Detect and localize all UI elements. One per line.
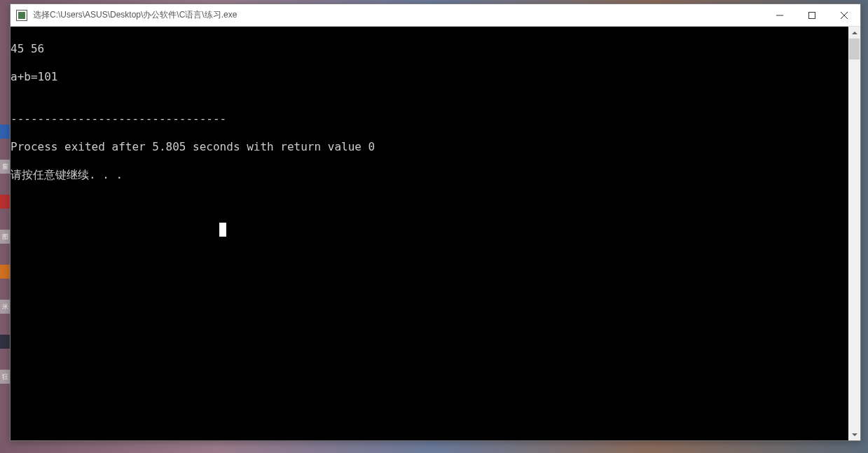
maximize-icon — [808, 12, 815, 19]
scroll-up-button[interactable] — [848, 27, 860, 39]
desktop-icons-partial: 窗 图 米 狂 — [0, 27, 10, 453]
console-window: 选择C:\Users\ASUS\Desktop\办公软件\C语言\练习.exe … — [10, 4, 861, 441]
application-icon — [16, 10, 27, 21]
vertical-scrollbar[interactable] — [848, 27, 860, 440]
console-line: 请按任意键继续. . . — [11, 168, 848, 182]
console-body: 45 56 a+b=101 --------------------------… — [11, 27, 860, 440]
desktop-icon-label: 图 — [0, 230, 10, 244]
console-line: 45 56 — [11, 42, 848, 56]
minimize-button[interactable] — [764, 4, 796, 26]
titlebar[interactable]: 选择C:\Users\ASUS\Desktop\办公软件\C语言\练习.exe — [11, 4, 860, 27]
close-icon — [841, 12, 848, 19]
desktop-icon-label: 狂 — [0, 370, 10, 384]
chevron-up-icon — [852, 32, 857, 34]
desktop-icon-fragment — [0, 335, 10, 349]
minimize-icon — [776, 12, 783, 19]
desktop-icon-label: 窗 — [0, 160, 10, 174]
console-line: a+b=101 — [11, 70, 848, 84]
window-title: 选择C:\Users\ASUS\Desktop\办公软件\C语言\练习.exe — [33, 9, 764, 21]
window-controls — [764, 4, 860, 26]
close-button[interactable] — [828, 4, 860, 26]
scroll-thumb[interactable] — [849, 39, 860, 60]
svg-rect-1 — [809, 12, 815, 18]
text-cursor — [219, 223, 226, 237]
console-output[interactable]: 45 56 a+b=101 --------------------------… — [11, 27, 848, 440]
scroll-down-button[interactable] — [848, 428, 860, 440]
console-line: -------------------------------- — [11, 112, 848, 126]
chevron-down-icon — [852, 433, 857, 436]
console-line: Process exited after 5.805 seconds with … — [11, 140, 848, 154]
desktop-icon-label: 米 — [0, 300, 10, 314]
desktop-icon-fragment — [0, 125, 10, 139]
desktop-icon-fragment — [0, 195, 10, 209]
maximize-button[interactable] — [796, 4, 828, 26]
desktop-icon-fragment — [0, 265, 10, 279]
